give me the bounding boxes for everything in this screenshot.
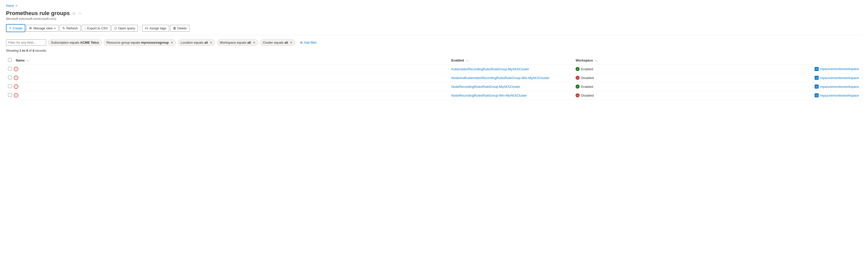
table-header-row: Name ↑↓ Enabled ↑↓ Workspace ↑↓ <box>6 56 862 65</box>
filter-bar: Subscription equals ACME Telco Resource … <box>6 39 862 46</box>
row-name-link[interactable]: NodeRecordingRulesRuleGroup-Win-MyAKSClu… <box>451 93 527 98</box>
row-enabled-cell: Enabled <box>572 82 811 91</box>
workspace-resource-icon <box>815 67 819 71</box>
row-name-cell: NodeAndKubernetesRecordingRulesRuleGroup… <box>448 74 572 82</box>
page-subtitle: Microsoft (microsoft.onmicrosoft.com) <box>6 17 862 21</box>
create-button[interactable]: + Create <box>6 24 25 32</box>
row-type-icon-cell <box>13 74 448 82</box>
filter-tag-cluster: Cluster equals all ✕ <box>260 39 295 46</box>
manage-view-label: Manage view <box>33 26 53 30</box>
table-row: NodeRecordingRulesRuleGroup-Win-MyAKSClu… <box>6 91 862 100</box>
refresh-icon: ↻ <box>62 26 65 30</box>
th-checkbox <box>6 56 13 65</box>
create-plus-icon: + <box>9 26 11 30</box>
workspace-sort-icon[interactable]: ↑↓ <box>595 59 598 62</box>
row-workspace-cell: myazuremonitorworkspace <box>812 82 862 91</box>
table-row: NodeRecordingRulesRuleGroup-MyAKSCluster… <box>6 82 862 91</box>
row-name-link[interactable]: NodeAndKubernetesRecordingRulesRuleGroup… <box>451 76 550 80</box>
filter-tag-subscription: Subscription equals ACME Telco <box>48 39 102 46</box>
delete-label: Delete <box>178 26 187 30</box>
row-checkbox-1[interactable] <box>8 76 12 79</box>
filter-cluster-close[interactable]: ✕ <box>290 41 292 45</box>
filter-location-close[interactable]: ✕ <box>210 41 212 45</box>
gear-icon: ⚙ <box>29 26 32 30</box>
filter-cluster-text: Cluster equals all <box>263 40 288 45</box>
th-enabled: Enabled ↑↓ <box>448 56 572 65</box>
row-type-icon-cell <box>13 91 448 100</box>
workspace-resource-icon <box>815 85 819 89</box>
enabled-icon <box>576 67 580 71</box>
filter-resourcegroup-close[interactable]: ✕ <box>170 41 173 45</box>
th-name: Name ↑↓ <box>13 56 448 65</box>
add-filter-icon: ⊕ <box>300 40 303 45</box>
enabled-status-text: Disabled <box>581 93 594 98</box>
workspace-link[interactable]: myazuremonitorworkspace <box>820 85 859 89</box>
row-workspace-cell: myazuremonitorworkspace <box>812 91 862 100</box>
row-checkbox-cell <box>6 74 13 82</box>
row-name-cell: KubernetesRecordingRulesRuleGroup-MyAKSC… <box>448 65 572 74</box>
table-row: KubernetesRecordingRulesRuleGroup-MyAKSC… <box>6 65 862 74</box>
row-name-cell: NodeRecordingRulesRuleGroup-MyAKSCluster <box>448 82 572 91</box>
row-enabled-cell: Enabled <box>572 65 811 74</box>
prometheus-rule-icon <box>14 76 18 80</box>
workspace-resource-icon <box>815 93 819 98</box>
row-workspace-cell: myazuremonitorworkspace <box>812 65 862 74</box>
more-options-icon[interactable]: ··· <box>78 11 82 16</box>
row-checkbox-3[interactable] <box>8 93 12 97</box>
filter-tag-workspace: Workspace equals all ✕ <box>217 39 258 46</box>
refresh-button[interactable]: ↻ Refresh <box>60 25 81 32</box>
filter-workspace-close[interactable]: ✕ <box>253 41 255 45</box>
row-type-icon-cell <box>13 82 448 91</box>
enabled-sort-icon[interactable]: ↑↓ <box>466 59 469 62</box>
manage-view-button[interactable]: ⚙ Manage view ∨ <box>26 25 59 32</box>
name-sort-icon[interactable]: ↑↓ <box>27 59 29 62</box>
workspace-link[interactable]: myazuremonitorworkspace <box>820 93 859 98</box>
filter-workspace-text: Workspace equals all <box>220 40 251 45</box>
row-name-link[interactable]: NodeRecordingRulesRuleGroup-MyAKSCluster <box>451 85 520 89</box>
filter-resourcegroup-text: Resource group equals myresourcegroup <box>106 40 169 45</box>
row-checkbox-2[interactable] <box>8 84 12 88</box>
table-row: NodeAndKubernetesRecordingRulesRuleGroup… <box>6 74 862 82</box>
filter-tag-location: Location equals all ✕ <box>178 39 215 46</box>
row-enabled-cell: Disabled <box>572 91 811 100</box>
filter-location-text: Location equals all <box>181 40 208 45</box>
add-filter-button[interactable]: ⊕ Add filter <box>297 39 319 46</box>
pin-icon[interactable]: ☆ <box>72 11 76 16</box>
refresh-label: Refresh <box>66 26 78 30</box>
toolbar-divider <box>140 25 140 31</box>
prometheus-rule-icon <box>14 93 18 98</box>
row-checkbox-cell <box>6 91 13 100</box>
disabled-icon <box>576 76 580 80</box>
enabled-status-text: Enabled <box>581 85 593 89</box>
row-checkbox-cell <box>6 82 13 91</box>
row-checkbox-0[interactable] <box>8 67 12 71</box>
export-csv-button[interactable]: ↓ Export to CSV <box>82 25 111 32</box>
workspace-link[interactable]: myazuremonitorworkspace <box>820 76 859 80</box>
delete-button[interactable]: 🗑 Delete <box>170 25 190 32</box>
th-name-label: Name <box>16 58 25 62</box>
select-all-checkbox[interactable] <box>8 58 12 62</box>
open-query-label: Open query <box>118 26 135 30</box>
delete-icon: 🗑 <box>173 26 176 30</box>
row-checkbox-cell <box>6 65 13 74</box>
record-count: Showing 1 to 4 of 4 records. <box>6 49 862 52</box>
th-enabled-label: Enabled <box>451 58 464 62</box>
th-workspace: Workspace ↑↓ <box>572 56 811 65</box>
workspace-link[interactable]: myazuremonitorworkspace <box>820 67 859 71</box>
breadcrumb-home[interactable]: Home <box>6 4 14 7</box>
breadcrumb: Home > <box>6 4 862 7</box>
workspace-resource-icon <box>815 76 819 80</box>
prometheus-rule-icon <box>14 84 18 89</box>
row-type-icon-cell <box>13 65 448 74</box>
data-table: Name ↑↓ Enabled ↑↓ Workspace ↑↓ Kubernet… <box>6 56 862 100</box>
breadcrumb-separator: > <box>16 4 17 7</box>
export-csv-label: Export to CSV <box>87 26 108 30</box>
assign-tags-button[interactable]: 🏷 Assign tags <box>142 25 169 32</box>
open-query-button[interactable]: ⟨⟩ Open query <box>112 25 138 32</box>
filter-tag-resourcegroup: Resource group equals myresourcegroup ✕ <box>104 39 176 46</box>
filter-subscription-text: Subscription equals ACME Telco <box>51 40 99 45</box>
filter-input[interactable] <box>6 39 46 46</box>
download-icon: ↓ <box>85 26 86 30</box>
row-name-link[interactable]: KubernetesRecordingRulesRuleGroup-MyAKSC… <box>451 67 529 71</box>
row-enabled-cell: Disabled <box>572 74 811 82</box>
